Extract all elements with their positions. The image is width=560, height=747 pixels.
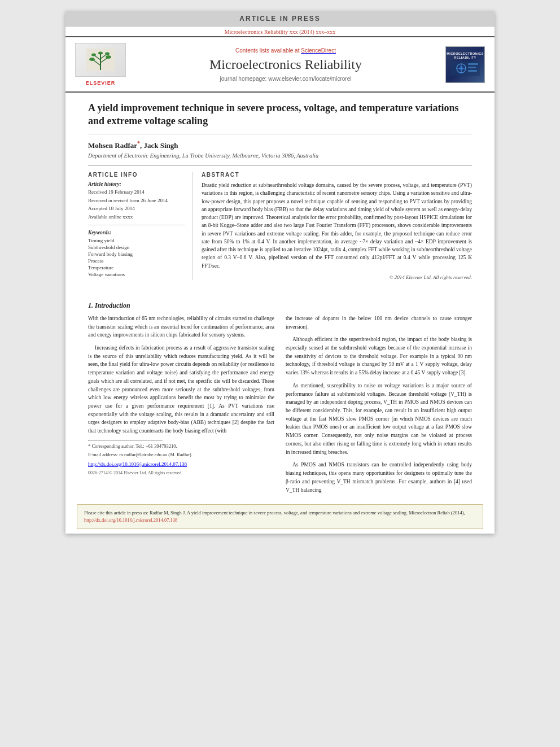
available-date: Available online xxxx — [88, 213, 185, 221]
author-primary: Mohsen Radfar — [88, 141, 137, 150]
keyword-5: Temperature — [88, 265, 185, 270]
contents-list-text: Contents lists available at — [235, 47, 301, 54]
body-r-para-4: As PMOS and NMOS transistors can be cont… — [286, 461, 472, 494]
journal-title: Microelectronics Reliability — [134, 57, 437, 72]
body-col-left: With the introduction of 65 nm technolog… — [88, 314, 274, 499]
body-r-para-2: Although efficient in the superthreshold… — [286, 335, 472, 377]
elsevier-wordmark: ELSEVIER — [86, 80, 116, 86]
journal-icon-area: MICROELECTRONICSRELIABILITY — [443, 43, 488, 86]
elsevier-logo-image — [75, 43, 126, 77]
article-title: A yield improvement technique in severe … — [88, 102, 472, 134]
info-abstract-section: ARTICLE INFO Article history: Received 1… — [88, 165, 472, 280]
body-r-para-3: As mentioned, susceptibility to noise or… — [286, 382, 472, 456]
sciencedirect-line: Contents lists available at ScienceDirec… — [134, 47, 437, 54]
copyright-line: © 2014 Elsevier Ltd. All rights reserved… — [202, 274, 472, 280]
journal-header-center: Contents lists available at ScienceDirec… — [134, 43, 437, 86]
article-in-press-banner: ARTICLE IN PRESS — [65, 11, 495, 27]
journal-homepage: journal homepage: www.elsevier.com/locat… — [134, 76, 437, 82]
page: ARTICLE IN PRESS Microelectronics Reliab… — [65, 11, 495, 534]
issn-line: 0026-2714/© 2014 Elsevier Ltd. All right… — [88, 470, 274, 477]
journal-cover-icon: MICROELECTRONICSRELIABILITY — [445, 46, 485, 83]
doi-anchor[interactable]: http://dx.doi.org/10.1016/j.microrel.201… — [88, 461, 187, 467]
keyword-4: Process — [88, 258, 185, 264]
journal-link-line: Microelectronics Reliability xxx (2014) … — [65, 27, 495, 36]
affiliation: Department of Electronic Engineering, La… — [88, 152, 472, 159]
elsevier-logo-area: ELSEVIER — [72, 43, 129, 86]
keyword-1: Timing yield — [88, 238, 185, 243]
svg-point-10 — [98, 52, 103, 55]
svg-rect-18 — [468, 70, 477, 72]
svg-rect-16 — [468, 63, 478, 65]
footnote-2: E-mail address: m.radfar@latrobe.edu.au … — [88, 452, 274, 458]
svg-point-8 — [91, 54, 96, 56]
journal-header: ELSEVIER Contents lists available at Sci… — [65, 36, 495, 93]
doi-link: http://dx.doi.org/10.1016/j.microrel.201… — [88, 461, 274, 469]
svg-point-6 — [89, 58, 95, 61]
keyword-6: Voltage variations — [88, 272, 185, 277]
article-header-content: A yield improvement technique in severe … — [65, 93, 495, 292]
keywords-label: Keywords: — [88, 230, 185, 235]
journal-icon-text: MICROELECTRONICSRELIABILITY — [447, 52, 484, 60]
footnote-divider — [88, 440, 163, 441]
article-history-label: Article history: — [88, 181, 185, 187]
sciencedirect-link[interactable]: ScienceDirect — [301, 47, 336, 54]
info-divider — [88, 225, 185, 225]
abstract-text: Drastic yield reduction at sub/nearthres… — [202, 181, 472, 270]
revised-date: Received in revised form 26 June 2014 — [88, 197, 185, 204]
svg-point-9 — [105, 53, 110, 55]
journal-link-text[interactable]: Microelectronics Reliability xxx (2014) … — [225, 29, 336, 35]
article-info-heading: ARTICLE INFO — [88, 172, 185, 178]
abstract-panel: ABSTRACT Drastic yield reduction at sub/… — [202, 172, 472, 280]
accepted-date: Accepted 18 July 2014 — [88, 205, 185, 212]
body-col-right: the increase of dopants in the below 100… — [286, 314, 472, 499]
author-secondary: , Jack Singh — [140, 141, 178, 150]
authors-line: Mohsen Radfar*, Jack Singh — [88, 140, 472, 150]
body-para-2: Increasing defects in fabrication proces… — [88, 344, 274, 435]
footnote-1: * Corresponding author. Tel.: +61 394793… — [88, 443, 274, 450]
body-content: 1. Introduction With the introduction of… — [65, 302, 495, 499]
abstract-heading: ABSTRACT — [202, 172, 472, 178]
keyword-3: Forward body biasing — [88, 251, 185, 257]
received-date: Received 19 February 2014 — [88, 189, 185, 196]
body-two-col: With the introduction of 65 nm technolog… — [88, 314, 472, 499]
article-info-panel: ARTICLE INFO Article history: Received 1… — [88, 172, 193, 280]
section-1-title: 1. Introduction — [88, 302, 472, 310]
footer-citation-text: Please cite this article in press as: Ra… — [84, 510, 465, 516]
banner-text: ARTICLE IN PRESS — [239, 15, 320, 23]
footer-citation-doi[interactable]: http://dx.doi.org/10.1016/j.microrel.201… — [84, 517, 177, 523]
keyword-2: Subthreshold design — [88, 244, 185, 250]
footer-citation-box: Please cite this article in press as: Ra… — [77, 504, 483, 529]
svg-rect-17 — [468, 67, 476, 68]
body-para-1: With the introduction of 65 nm technolog… — [88, 314, 274, 339]
section-1-title-text: 1. Introduction — [88, 302, 130, 309]
svg-point-7 — [106, 55, 111, 59]
body-r-para-1: the increase of dopants in the below 100… — [286, 314, 472, 331]
